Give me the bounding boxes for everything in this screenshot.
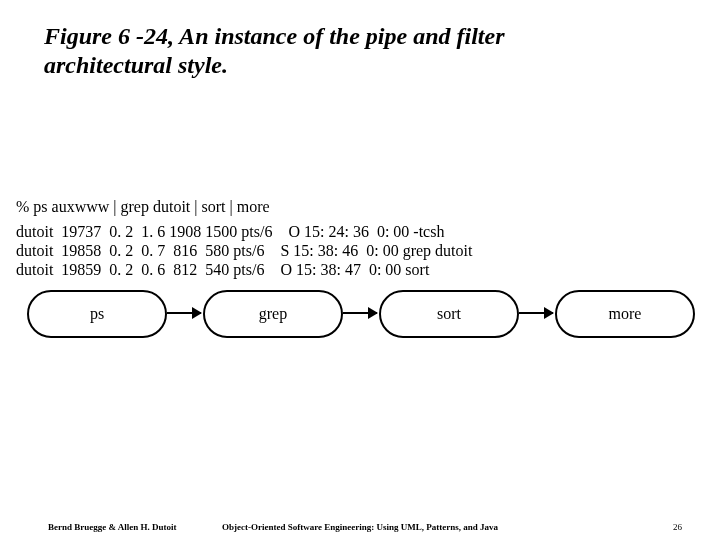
node-ps: ps	[27, 290, 167, 338]
arrow-icon	[519, 312, 553, 314]
figure-title: Figure 6 -24, An instance of the pipe an…	[44, 22, 604, 80]
node-more: more	[555, 290, 695, 338]
node-grep: grep	[203, 290, 343, 338]
node-label: ps	[90, 305, 104, 323]
page-number: 26	[673, 522, 682, 532]
node-sort: sort	[379, 290, 519, 338]
pipeline-diagram: ps grep sort more	[27, 290, 693, 360]
node-label: grep	[259, 305, 287, 323]
arrow-icon	[167, 312, 201, 314]
arrow-icon	[343, 312, 377, 314]
process-output: dutoit 19737 0. 2 1. 6 1908 1500 pts/6 O…	[16, 223, 472, 280]
node-label: sort	[437, 305, 461, 323]
command-line: % ps auxwww | grep dutoit | sort | more	[16, 198, 270, 216]
slide: Figure 6 -24, An instance of the pipe an…	[0, 0, 720, 540]
node-label: more	[609, 305, 642, 323]
footer-book-title: Object-Oriented Software Engineering: Us…	[0, 522, 720, 532]
